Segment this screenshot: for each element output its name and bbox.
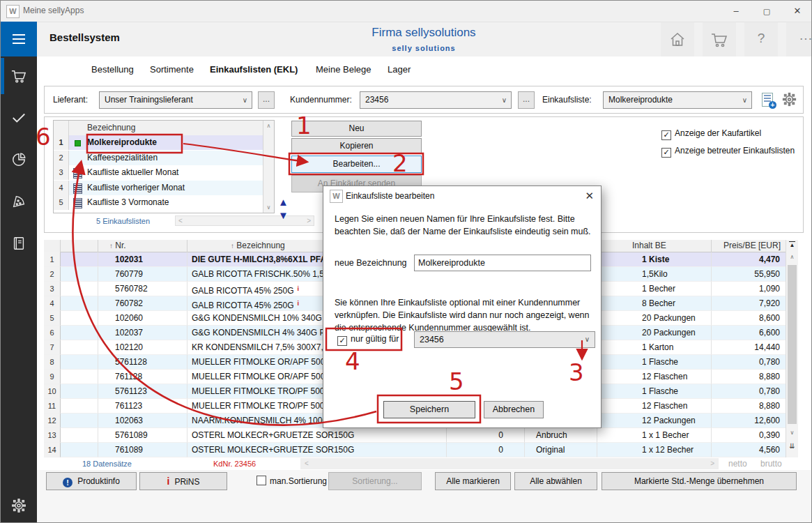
list-item[interactable]: 4Kaufliste vorheriger Monat (54, 181, 263, 195)
alle-markieren-button[interactable]: Alle markieren (435, 472, 511, 490)
kundennummer-more-button[interactable]: ... (518, 91, 535, 109)
title-bar: W Meine sellyApps – ▢ ✕ (1, 1, 812, 22)
list-item[interactable]: 2Kaffeespezialitäten (54, 151, 263, 165)
column-header-preis[interactable]: Preis/BE [EUR] (712, 240, 786, 252)
column-header-nr[interactable]: ↑ Nr. (98, 240, 187, 252)
more-icon: ··· (786, 31, 812, 46)
product-info-icon: i (298, 300, 300, 307)
list-item[interactable]: 1Molkereiprodukte (54, 135, 263, 150)
list-column-header[interactable]: Bezeichnung (54, 121, 263, 136)
brutto-toggle[interactable]: brutto (760, 459, 782, 469)
scroll-top-icon[interactable]: ▲ (789, 241, 795, 248)
einkaufsliste-select[interactable]: Molkereiprodukte ∨ (603, 91, 752, 109)
table-vertical-scrollbar[interactable]: ▲ ∧ ∨ ⇊ (786, 240, 798, 457)
lieferant-label: Lieferant: (53, 95, 88, 105)
list-vertical-scrollbar[interactable]: ∧ ∨ (263, 121, 274, 213)
chevron-down-icon: ∨ (243, 92, 247, 108)
produktinfo-button[interactable]: !Produktinfo (46, 472, 137, 490)
speichern-button[interactable]: Speichern (383, 401, 475, 418)
kundennummer-select[interactable]: 23456 ∨ (360, 91, 512, 109)
product-info-icon: i (298, 285, 300, 292)
ekl-list: Bezeichnung 1Molkereiprodukte2Kaffeespez… (53, 120, 275, 213)
kopieren-button[interactable]: Kopieren (291, 138, 422, 154)
info-icon: ! (63, 478, 72, 487)
anzeige-kaufartikel-checkbox[interactable]: ✓Anzeige der Kaufartikel (661, 128, 761, 140)
lieferant-more-button[interactable]: ... (258, 91, 275, 109)
row-number: 4 (54, 181, 69, 195)
more-button[interactable]: ··· (786, 22, 812, 57)
sidebar-item-check[interactable] (1, 100, 37, 136)
lieferant-select[interactable]: Unser Trainingslieferant ∨ (99, 91, 252, 109)
sidebar-item-pie-chart[interactable] (1, 142, 37, 178)
sidebar-item-pizza[interactable] (1, 183, 37, 220)
man-sortierung-checkbox[interactable]: man.Sortierung (256, 476, 327, 486)
sidebar (1, 22, 37, 523)
tab-meine-belege[interactable]: Meine Belege (316, 64, 371, 75)
app-window: W Meine sellyApps – ▢ ✕ Bestellsystem Fi… (0, 0, 812, 523)
nur-gueltig-checkbox[interactable]: ✓nur gültig für (337, 334, 399, 346)
name-label: neue Bezeichnung (335, 258, 407, 268)
tab-einkaufslisten-ekl-[interactable]: Einkaufslisten (EKL) (210, 64, 298, 75)
cart-button[interactable] (703, 22, 736, 57)
list-settings-button[interactable] (782, 92, 797, 109)
table-row[interactable]: 135761089OSTERL MOLKECR+GRUETZE SOR150G0… (44, 428, 786, 443)
prins-button[interactable]: iPRiNS (139, 472, 227, 490)
anzeige-betreuter-checkbox[interactable]: ✓Anzeige betreuter Einkaufslisten (661, 146, 795, 158)
scroll-bottom-icon[interactable]: ⇊ (786, 442, 798, 450)
sort-asc-icon: ↑ (231, 242, 234, 250)
green-dot-icon (75, 140, 81, 146)
row-number: 3 (54, 165, 69, 180)
record-count: 18 Datensätze (82, 460, 132, 468)
dialog-close-icon[interactable]: ✕ (585, 190, 594, 202)
list-item[interactable]: 5Kaufliste 3 Vormonate (54, 195, 263, 210)
company-subtitle: selly solutions (267, 44, 581, 52)
kundennummer-label: Kundennummer: (290, 95, 352, 105)
page-title: Bestellsystem (49, 31, 120, 43)
list-item-label: Molkereiprodukte (87, 135, 262, 150)
dialog-kundennummer-select[interactable]: 23456 ∨ (414, 331, 595, 348)
sortierung-button[interactable]: Sortierung... (328, 472, 422, 490)
neu-button[interactable]: Neu (291, 121, 422, 137)
chevron-down-icon: ∨ (502, 92, 507, 108)
einkaufsliste-label: Einkaufsliste: (542, 95, 592, 105)
list-horizontal-scrollbar[interactable]: <> (175, 215, 314, 226)
name-input[interactable]: Molkereiprodukte (414, 255, 591, 271)
hamburger-menu-button[interactable] (1, 22, 37, 56)
help-button[interactable]: ? (744, 22, 778, 57)
list-item-label: Kaufliste aktueller Monat (87, 165, 262, 180)
tab-sortimente[interactable]: Sortimente (150, 64, 194, 75)
kdnr-badge: KdNr. 23456 (213, 460, 256, 468)
std-menge-button[interactable]: Markierte Std.-Menge übernehmen (602, 472, 797, 490)
maximize-button[interactable]: ▢ (751, 1, 782, 22)
column-header-inhalt[interactable]: Inhalt BE (597, 240, 712, 252)
netto-toggle[interactable]: netto (728, 459, 747, 469)
tab-lager[interactable]: Lager (388, 64, 411, 75)
chevron-down-icon: ∨ (742, 92, 747, 108)
sidebar-item-cart[interactable] (1, 58, 37, 94)
table-row[interactable]: 14761089OSTERL MOLKECR+GRUETZE SOR150G0O… (44, 443, 786, 457)
gear-icon (11, 498, 26, 513)
einkaufsliste-bearbeiten-dialog: W Einkaufsliste bearbeiten ✕ Legen Sie e… (323, 185, 602, 428)
close-button[interactable]: ✕ (782, 1, 812, 22)
scrollbar-thumb[interactable] (788, 265, 797, 424)
scroll-down-icon[interactable]: ∨ (786, 430, 798, 436)
dialog-title-bar: W Einkaufsliste bearbeiten ✕ (323, 186, 601, 206)
company-name: Firma sellysolutions (267, 26, 581, 40)
list-count: 5 Einkaufslisten (96, 217, 150, 225)
bearbeiten-button[interactable]: Bearbeiten... (291, 156, 422, 173)
list-doc-icon (73, 198, 82, 209)
home-button[interactable] (661, 22, 694, 57)
sidebar-item-settings[interactable] (1, 487, 37, 523)
abbrechen-button[interactable]: Abbrechen (484, 401, 544, 418)
new-list-button[interactable]: + (761, 92, 775, 108)
gear-icon (782, 92, 797, 107)
scroll-up-icon[interactable]: ∧ (786, 254, 798, 260)
move-down-button[interactable]: ▼ (278, 210, 289, 220)
alle-abwaehlen-button[interactable]: Alle abwählen (514, 472, 597, 490)
move-up-button[interactable]: ▲ (278, 197, 289, 207)
table-horizontal-scrollbar[interactable]: <> (300, 458, 719, 469)
minimize-button[interactable]: – (721, 1, 751, 22)
tab-bestellung[interactable]: Bestellung (91, 64, 134, 75)
sidebar-item-book[interactable] (1, 225, 37, 262)
list-item[interactable]: 3Kaufliste aktueller Monat (54, 165, 263, 180)
